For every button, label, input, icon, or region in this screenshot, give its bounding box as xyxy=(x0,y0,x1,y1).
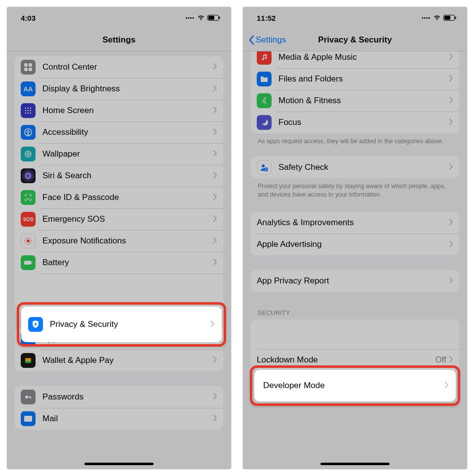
chevron-right-icon xyxy=(449,163,453,172)
chevron-right-icon xyxy=(449,53,453,62)
chevron-right-icon xyxy=(213,215,217,224)
row-label: Siri & Search xyxy=(42,171,213,181)
row-passwords[interactable]: Passwords xyxy=(15,386,223,408)
wifi-icon xyxy=(433,15,441,21)
row-display[interactable]: AA Display & Brightness xyxy=(15,78,223,100)
control-center-icon xyxy=(21,60,36,75)
svg-point-15 xyxy=(30,113,32,114)
music-icon xyxy=(257,51,272,65)
chevron-right-icon xyxy=(449,277,453,285)
back-button[interactable]: Settings xyxy=(248,35,286,45)
svg-point-11 xyxy=(28,110,29,112)
row-faceid[interactable]: Face ID & Passcode xyxy=(15,187,223,208)
settings-group-1: Control Center AA Display & Brightness H… xyxy=(15,56,223,313)
home-indicator[interactable] xyxy=(84,463,154,465)
wifi-icon xyxy=(197,15,205,21)
cellular-icon: •••• xyxy=(422,15,431,21)
row-label: Files and Folders xyxy=(278,74,449,84)
chevron-right-icon xyxy=(449,96,453,105)
row-label: Exposure Notifications xyxy=(42,236,213,246)
row-motion[interactable]: Motion & Fitness xyxy=(251,90,459,112)
svg-rect-33 xyxy=(32,262,33,264)
siri-icon xyxy=(21,168,36,183)
row-exposure[interactable]: Exposure Notifications xyxy=(15,230,223,252)
svg-point-12 xyxy=(30,110,32,112)
svg-rect-5 xyxy=(24,68,28,71)
chevron-right-icon xyxy=(449,356,453,364)
svg-point-7 xyxy=(25,108,27,109)
row-app-privacy-report[interactable]: App Privacy Report xyxy=(251,270,459,292)
row-files[interactable]: Files and Folders xyxy=(251,68,459,90)
footer-text: As apps request access, they will be add… xyxy=(251,133,459,146)
home-indicator[interactable] xyxy=(320,463,390,465)
row-media[interactable]: Media & Apple Music xyxy=(251,51,459,68)
row-label: Apple Advertising xyxy=(257,239,449,249)
row-control-center[interactable]: Control Center xyxy=(15,56,223,78)
exposure-icon xyxy=(21,234,36,248)
privacy-group-safety: Safety Check xyxy=(251,157,459,178)
chevron-right-icon xyxy=(449,118,453,127)
battery-icon xyxy=(21,255,36,270)
row-label: Safety Check xyxy=(278,162,449,172)
svg-point-24 xyxy=(28,238,29,238)
svg-point-31 xyxy=(30,243,31,244)
row-wallet[interactable]: Wallet & Apple Pay xyxy=(15,350,223,371)
left-screenshot: 4:03 •••• Settings Control Center AA Dis… xyxy=(7,7,231,469)
chevron-right-icon xyxy=(213,334,217,343)
svg-point-9 xyxy=(30,108,32,109)
svg-point-27 xyxy=(31,240,32,241)
chevron-left-icon xyxy=(248,35,255,45)
chevron-right-icon xyxy=(213,393,217,401)
row-sos[interactable]: SOS Emergency SOS xyxy=(15,208,223,230)
svg-rect-40 xyxy=(24,416,32,422)
row-label: Media & Apple Music xyxy=(278,52,449,62)
mail-icon xyxy=(21,411,36,426)
row-label: Motion & Fitness xyxy=(278,96,449,106)
row-label: Passwords xyxy=(42,392,213,402)
row-developer-mode[interactable] xyxy=(251,319,459,349)
row-mail[interactable]: Mail xyxy=(15,408,223,430)
row-appstore[interactable]: App Store xyxy=(15,328,223,350)
row-privacy[interactable] xyxy=(15,274,223,313)
row-label: Emergency SOS xyxy=(42,214,213,224)
fitness-icon xyxy=(257,93,272,108)
chevron-right-icon xyxy=(213,63,217,72)
battery-status-icon xyxy=(443,15,456,21)
row-analytics[interactable]: Analytics & Improvements xyxy=(251,212,459,234)
wallet-icon xyxy=(21,353,36,368)
svg-rect-1 xyxy=(208,16,214,20)
row-siri[interactable]: Siri & Search xyxy=(15,165,223,187)
chevron-right-icon xyxy=(213,356,217,365)
svg-point-29 xyxy=(30,238,31,239)
row-label: Mail xyxy=(42,414,213,424)
svg-point-14 xyxy=(28,113,29,114)
battery-status-icon xyxy=(207,15,220,21)
privacy-group-top: Media & Apple Music Files and Folders Mo… xyxy=(251,51,459,133)
row-focus[interactable]: Focus xyxy=(251,112,459,133)
chevron-right-icon xyxy=(213,258,217,267)
svg-rect-44 xyxy=(455,17,456,19)
status-time: 4:03 xyxy=(21,14,36,22)
row-safety-check[interactable]: Safety Check xyxy=(251,157,459,178)
safety-icon xyxy=(257,160,272,175)
svg-point-26 xyxy=(25,240,26,241)
row-label: Display & Brightness xyxy=(42,84,213,94)
row-advertising[interactable]: Apple Advertising xyxy=(251,234,459,255)
svg-point-10 xyxy=(25,110,27,112)
row-lockdown-mode[interactable]: Lockdown Mode Off xyxy=(251,349,459,371)
row-wallpaper[interactable]: Wallpaper xyxy=(15,143,223,165)
svg-point-30 xyxy=(25,243,26,244)
status-time: 11:52 xyxy=(257,14,276,22)
sos-icon: SOS xyxy=(21,212,36,227)
svg-point-13 xyxy=(25,113,27,114)
svg-point-8 xyxy=(28,108,29,109)
row-label: App Privacy Report xyxy=(257,276,449,286)
row-battery[interactable]: Battery xyxy=(15,252,223,274)
row-accessibility[interactable]: Accessibility xyxy=(15,121,223,143)
row-home-screen[interactable]: Home Screen xyxy=(15,100,223,121)
svg-point-23 xyxy=(27,239,30,242)
chevron-right-icon xyxy=(449,218,453,227)
svg-rect-36 xyxy=(25,361,31,363)
svg-point-25 xyxy=(28,244,29,245)
passwords-icon xyxy=(21,390,36,404)
